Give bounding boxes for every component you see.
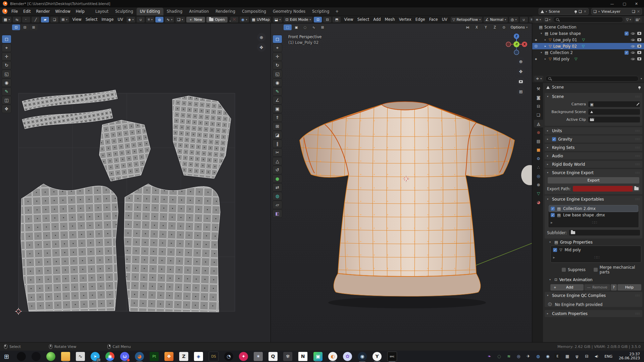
properties-editor-type-button[interactable]: ≑▾ bbox=[534, 76, 543, 82]
edge-select-button[interactable]: ⊟ bbox=[323, 17, 331, 22]
rip-region-tool[interactable]: ◧ bbox=[273, 209, 282, 218]
mode-dropdown[interactable]: ⊡ Edit Mode▾ bbox=[284, 17, 312, 22]
shrink-fatten-tool[interactable]: ◍ bbox=[273, 192, 282, 200]
annotate-tool[interactable]: ✎ bbox=[2, 87, 11, 96]
uv-menu-item[interactable]: Image bbox=[99, 16, 115, 22]
scale-tool[interactable]: ◱ bbox=[2, 70, 11, 78]
tweak-select-tool[interactable]: ◻ bbox=[2, 35, 11, 43]
uv-overlay-mode-button-3[interactable]: ⊞ bbox=[30, 24, 38, 30]
tool-mode-extra-button[interactable]: ⊞ bbox=[318, 24, 327, 30]
tab-constraints[interactable]: ⊗ bbox=[534, 181, 543, 189]
exportable-list-item[interactable]: ✓▤Low base shape .dmx bbox=[549, 212, 638, 218]
rotate-tool[interactable]: ↻ bbox=[2, 61, 11, 69]
transform-tool[interactable]: ◉ bbox=[273, 79, 282, 87]
vertex-select-button[interactable]: ⊡ bbox=[314, 17, 322, 22]
collection-checkbox[interactable]: ✓ bbox=[625, 51, 629, 55]
panel-source-engine-exportables-header[interactable]: ▾Source Engine Exportables∷∷ bbox=[545, 196, 642, 203]
status-circle-tray-icon[interactable]: ◌ bbox=[496, 353, 502, 359]
poly-build-tool[interactable]: △ bbox=[273, 157, 282, 165]
retopoflow-dropdown[interactable]: ▽ RetopoFlow▾ bbox=[451, 17, 482, 22]
merge-checkbox-row[interactable]: Merge mechanical parts bbox=[594, 265, 643, 274]
uv-overlay-mode-button-1[interactable]: ⊡ bbox=[12, 24, 20, 30]
tab-render[interactable]: ◙ bbox=[534, 94, 543, 101]
panel-scene-header[interactable]: ▾Scene∷∷ bbox=[545, 93, 642, 100]
scene-selector[interactable]: ▾ Scene ❏ ✕ bbox=[539, 8, 589, 15]
eye-icon[interactable] bbox=[631, 57, 635, 61]
eye-icon[interactable] bbox=[631, 44, 635, 48]
app-dark-circle-2[interactable] bbox=[32, 352, 41, 361]
group-properties-header[interactable]: ▾▤Group Properties bbox=[547, 239, 644, 246]
tab-output[interactable]: ⊟ bbox=[534, 102, 543, 110]
close-button[interactable]: ✕ bbox=[635, 2, 638, 6]
rip-region-tool[interactable]: ◫ bbox=[2, 96, 11, 104]
uv-menu-item[interactable]: Select bbox=[84, 16, 99, 22]
collection-checkbox[interactable]: ✓ bbox=[625, 32, 629, 36]
scale-tool[interactable]: ◱ bbox=[273, 70, 282, 78]
export-path-field[interactable] bbox=[573, 186, 633, 192]
workspace-tab[interactable]: Sculpting bbox=[112, 8, 137, 15]
app-purple-swirl[interactable]: ✿ bbox=[343, 352, 352, 361]
workspace-tab[interactable]: Rendering bbox=[212, 8, 239, 15]
viewport-menu-item[interactable]: View bbox=[342, 16, 355, 22]
telegram[interactable]: ➤22 bbox=[91, 352, 100, 361]
tab-world[interactable]: ⊕ bbox=[534, 128, 543, 136]
uv-overlay-mode-button-2[interactable]: ⊟ bbox=[21, 24, 29, 30]
eye-icon[interactable] bbox=[631, 32, 635, 35]
uv-canvas-area[interactable]: ⊡ ⊟ ⊞ ◻⌖✛↻◱◉✎◫✥ ⊕ ✥ bbox=[0, 23, 270, 342]
snap-target-icon[interactable]: ⊙ bbox=[500, 24, 508, 30]
epic-games[interactable]: EPIC bbox=[387, 352, 397, 361]
camera-visibility-icon[interactable] bbox=[637, 38, 641, 41]
tab-view-layer[interactable]: ❏ bbox=[534, 111, 543, 119]
menu-item[interactable]: File bbox=[9, 8, 20, 14]
group-list-item[interactable]: ✓▽Mid poly bbox=[551, 247, 640, 253]
mirror-y-button[interactable]: Y bbox=[482, 24, 490, 30]
outliner-row-low-base-shape[interactable]: ▾ ▤ Low base shape ✓ bbox=[532, 30, 644, 37]
uv-select-edge-button[interactable]: ╱ bbox=[32, 17, 40, 22]
outliner-row-low-poly-01[interactable]: ●▸ ▽ Low_poly 01 ▽ bbox=[532, 37, 644, 43]
panel-keying-sets-header[interactable]: ▸Keying Sets∷∷ bbox=[545, 144, 642, 151]
epic-tray-icon[interactable]: E bbox=[554, 353, 560, 359]
extrude-tool[interactable]: ⇑ bbox=[273, 113, 282, 122]
vertex-animation-header[interactable]: ▾⊡Vertex Animation bbox=[547, 276, 644, 283]
active-clip-field[interactable] bbox=[588, 117, 640, 122]
uv-select-vertex-button[interactable]: ⠂ bbox=[22, 17, 30, 22]
uv-zoom-button[interactable]: ⊕ bbox=[257, 33, 266, 42]
face-select-button[interactable]: ⬒ bbox=[333, 17, 341, 22]
expand-arrow-icon[interactable]: ▸ bbox=[553, 255, 555, 260]
outliner-display-mode-dropdown[interactable]: ≡▾ bbox=[534, 17, 542, 22]
panel-units-header[interactable]: ▸Units∷∷ bbox=[545, 127, 642, 134]
app-dark-circle-1[interactable] bbox=[17, 352, 26, 361]
move-tool[interactable]: ✛ bbox=[273, 52, 282, 61]
workspace-tab[interactable]: Geometry Nodes bbox=[269, 8, 309, 15]
vertex-anim-help-button[interactable]: Help bbox=[617, 284, 641, 291]
uv-menu-item[interactable]: View bbox=[70, 16, 84, 22]
camera-visibility-icon[interactable] bbox=[637, 51, 641, 54]
falloff-dropdown[interactable]: ∿▾ bbox=[165, 17, 174, 22]
uv-select-face-button[interactable]: ▰ bbox=[41, 17, 49, 22]
uv-select-island-button[interactable]: ❏ bbox=[50, 17, 58, 22]
proportional-edit-toggle[interactable]: ◎ bbox=[155, 17, 163, 22]
camera-visibility-icon[interactable] bbox=[637, 45, 641, 48]
gravity-checkbox[interactable]: ✓ bbox=[552, 137, 556, 141]
zbrush[interactable]: Z bbox=[179, 352, 188, 361]
daz-studio[interactable]: DS bbox=[209, 352, 218, 361]
substance-painter[interactable]: Pt bbox=[150, 352, 159, 361]
image-unlink-icon[interactable]: ⤫ bbox=[230, 17, 238, 22]
blue-orb-tray-icon[interactable]: ◍ bbox=[535, 353, 541, 359]
microphone-icon[interactable]: ψ bbox=[574, 353, 580, 359]
browser-tray-icon[interactable]: ◎ bbox=[515, 353, 522, 359]
navigation-gizmo[interactable]: Z X -Y bbox=[504, 32, 529, 57]
maximize-button[interactable]: ▢ bbox=[623, 2, 626, 6]
network-icon[interactable]: ⊟ bbox=[584, 353, 590, 359]
exportable-checkbox[interactable]: ✓ bbox=[551, 213, 555, 217]
group-item-checkbox[interactable]: ✓ bbox=[553, 248, 557, 252]
loop-cut-tool[interactable]: ∥ bbox=[273, 140, 282, 148]
snap-magnet-icon[interactable]: ∪ bbox=[520, 17, 528, 22]
vertex-anim-add-button[interactable]: ＋Add bbox=[550, 284, 584, 291]
app-orange-green-disc[interactable]: ◐ bbox=[328, 352, 337, 361]
jet-tray-icon[interactable]: ✈ bbox=[525, 353, 531, 359]
tab-particles[interactable]: ∴ bbox=[534, 163, 543, 171]
app-q-white[interactable]: Q bbox=[268, 352, 278, 361]
panel-rigid-body-world-header[interactable]: ▸Rigid Body World∷∷ bbox=[545, 161, 642, 168]
volume-icon[interactable]: ◀) bbox=[593, 353, 599, 359]
